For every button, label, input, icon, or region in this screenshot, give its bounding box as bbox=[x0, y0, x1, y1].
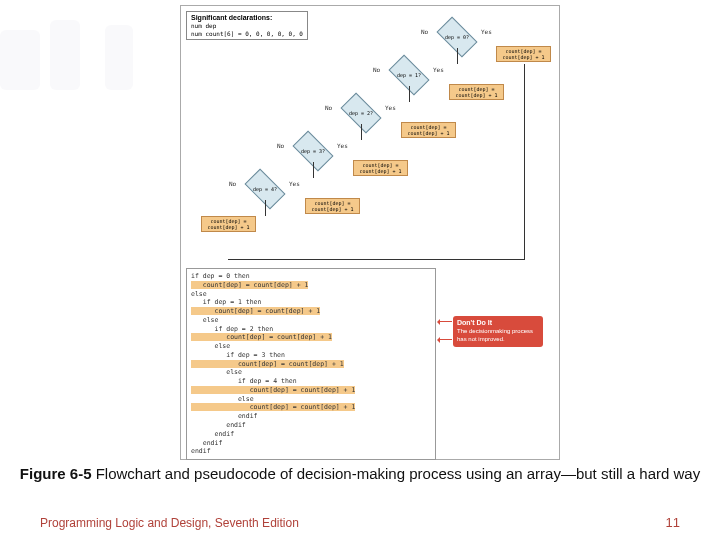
branch-yes: Yes bbox=[289, 180, 300, 187]
branch-yes: Yes bbox=[481, 28, 492, 35]
branch-yes: Yes bbox=[433, 66, 444, 73]
bg-artifact bbox=[0, 30, 40, 90]
branch-no: No bbox=[421, 28, 428, 35]
footer-book-title: Programming Logic and Design, Seventh Ed… bbox=[40, 516, 299, 530]
dont-heading: Don't Do It bbox=[457, 319, 539, 327]
process-box: count[dep] = count[dep] + 1 bbox=[496, 46, 551, 62]
bg-artifact bbox=[105, 25, 133, 90]
flowchart: dep = 0? No Yes count[dep] = count[dep] … bbox=[181, 6, 559, 266]
flow-line bbox=[524, 64, 525, 259]
branch-no: No bbox=[229, 180, 236, 187]
dont-body: The decisionmaking process has not impro… bbox=[457, 328, 539, 342]
process-box: count[dep] = count[dep] + 1 bbox=[305, 198, 360, 214]
branch-no: No bbox=[373, 66, 380, 73]
caption-number: Figure 6-5 bbox=[20, 465, 92, 482]
figure-frame: Significant declarations: num dep num co… bbox=[180, 5, 560, 460]
pseudocode-box: if dep = 0 then count[dep] = count[dep] … bbox=[186, 268, 436, 460]
callout-arrow bbox=[438, 339, 452, 340]
process-box: count[dep] = count[dep] + 1 bbox=[401, 122, 456, 138]
flow-line bbox=[457, 48, 458, 64]
process-box-else: count[dep] = count[dep] + 1 bbox=[201, 216, 256, 232]
callout-arrow bbox=[438, 321, 452, 322]
dont-do-it-box: Don't Do It The decisionmaking process h… bbox=[453, 316, 543, 347]
bg-artifact bbox=[50, 20, 80, 90]
flow-line bbox=[313, 162, 314, 178]
branch-no: No bbox=[277, 142, 284, 149]
branch-yes: Yes bbox=[385, 104, 396, 111]
flow-line bbox=[228, 259, 525, 260]
process-box: count[dep] = count[dep] + 1 bbox=[353, 160, 408, 176]
branch-yes: Yes bbox=[337, 142, 348, 149]
process-box: count[dep] = count[dep] + 1 bbox=[449, 84, 504, 100]
flow-line bbox=[361, 124, 362, 140]
caption-text: Flowchart and pseudocode of decision-mak… bbox=[92, 465, 701, 482]
branch-no: No bbox=[325, 104, 332, 111]
flow-line bbox=[409, 86, 410, 102]
figure-caption: Figure 6-5 Flowchart and pseudocode of d… bbox=[0, 465, 720, 484]
footer-page-number: 11 bbox=[666, 515, 680, 530]
flow-line bbox=[265, 200, 266, 216]
